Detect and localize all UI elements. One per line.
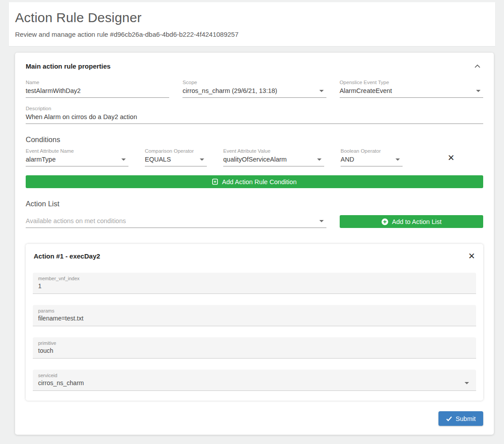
description-value: When Alarm on cirros do a Day2 action: [26, 113, 137, 120]
action-field-member-vnf-index[interactable]: member_vnf_index 1: [33, 273, 476, 294]
field-label: member_vnf_index: [38, 276, 471, 281]
submit-label: Submit: [456, 415, 476, 422]
chevron-down-icon: [395, 158, 400, 161]
scope-select[interactable]: Scope cirros_ns_charm (29/6/21, 13:18): [182, 80, 326, 98]
comparison-operator-label: Comparison Operator: [145, 148, 207, 154]
remove-condition-button[interactable]: ✕: [448, 154, 455, 162]
description-label: Description: [26, 106, 483, 111]
event-type-select[interactable]: Openslice Event Type AlarmCreateEvent: [340, 80, 483, 98]
field-value: touch: [38, 347, 53, 354]
page-header: Action Rule Designer Review and manage a…: [9, 2, 495, 46]
action-field-params[interactable]: params filename=test.txt: [33, 305, 476, 326]
chevron-down-icon: [465, 382, 469, 384]
condition-row: Event Attribute Name alarmType Compariso…: [26, 148, 483, 166]
conditions-heading: Conditions: [26, 135, 483, 144]
field-label: params: [38, 308, 471, 313]
event-attribute-value-value: qualityOfServiceAlarm: [223, 156, 287, 163]
main-rule-card: Main action rule properties Name testAla…: [15, 53, 494, 435]
available-actions-select[interactable]: Available actions on met conditions: [26, 215, 326, 228]
add-note-icon: [212, 178, 218, 185]
available-actions-placeholder: Available actions on met conditions: [26, 217, 126, 224]
event-attribute-value-label: Event Attribute Value: [223, 148, 324, 154]
page-subtitle: Review and manage action rule #d96cb26a-…: [15, 31, 489, 38]
scope-value: cirros_ns_charm (29/6/21, 13:18): [182, 87, 277, 94]
plus-circle-icon: [381, 218, 388, 225]
chevron-down-icon: [200, 158, 204, 161]
chevron-up-icon: [474, 62, 481, 69]
page-title: Action Rule Designer: [15, 10, 489, 25]
field-value: 1: [38, 282, 42, 290]
chevron-down-icon: [476, 90, 481, 92]
field-value: cirros_ns_charm: [38, 379, 84, 386]
chevron-down-icon: [319, 220, 324, 222]
scope-label: Scope: [182, 80, 326, 85]
event-attribute-name-value: alarmType: [26, 156, 56, 163]
close-icon: ✕: [468, 251, 475, 261]
event-attribute-name-select[interactable]: Event Attribute Name alarmType: [26, 148, 128, 166]
action-field-serviceid-select[interactable]: serviceid cirros_ns_charm: [33, 370, 476, 391]
event-attribute-value-select[interactable]: Event Attribute Value qualityOfServiceAl…: [223, 148, 324, 166]
comparison-operator-select[interactable]: Comparison Operator EQUALS: [145, 148, 207, 166]
name-value: testAlarmWithDay2: [26, 87, 81, 94]
action-list-heading: Action List: [26, 200, 483, 208]
chevron-down-icon: [317, 158, 322, 161]
boolean-operator-label: Boolean Operator: [341, 148, 403, 154]
remove-action-button[interactable]: ✕: [468, 252, 475, 260]
chevron-down-icon: [121, 158, 126, 161]
close-icon: ✕: [448, 153, 455, 162]
field-label: primitive: [38, 340, 471, 346]
event-type-label: Openslice Event Type: [340, 80, 483, 85]
action-card: Action #1 - execDay2 ✕ member_vnf_index …: [26, 244, 483, 401]
submit-button[interactable]: Submit: [438, 411, 483, 426]
description-field[interactable]: Description When Alarm on cirros do a Da…: [26, 106, 483, 124]
action-card-title: Action #1 - execDay2: [34, 252, 100, 260]
chevron-down-icon: [319, 90, 324, 92]
boolean-operator-value: AND: [341, 156, 354, 163]
event-type-value: AlarmCreateEvent: [340, 87, 392, 94]
field-label: serviceid: [38, 373, 471, 378]
boolean-operator-select[interactable]: Boolean Operator AND: [341, 148, 403, 166]
name-field[interactable]: Name testAlarmWithDay2: [26, 80, 169, 98]
comparison-operator-value: EQUALS: [145, 156, 171, 163]
name-label: Name: [26, 80, 169, 85]
add-to-action-list-button[interactable]: Add to Action List: [340, 215, 483, 228]
add-to-action-list-label: Add to Action List: [392, 218, 442, 225]
main-card-title: Main action rule properties: [26, 62, 111, 70]
action-field-primitive[interactable]: primitive touch: [33, 337, 476, 359]
collapse-panel-button[interactable]: [472, 62, 483, 70]
field-value: filename=test.txt: [38, 315, 83, 322]
event-attribute-name-label: Event Attribute Name: [26, 148, 128, 154]
add-condition-label: Add Action Rule Condition: [222, 178, 296, 185]
check-icon: [446, 416, 452, 421]
add-condition-button[interactable]: Add Action Rule Condition: [26, 175, 483, 188]
